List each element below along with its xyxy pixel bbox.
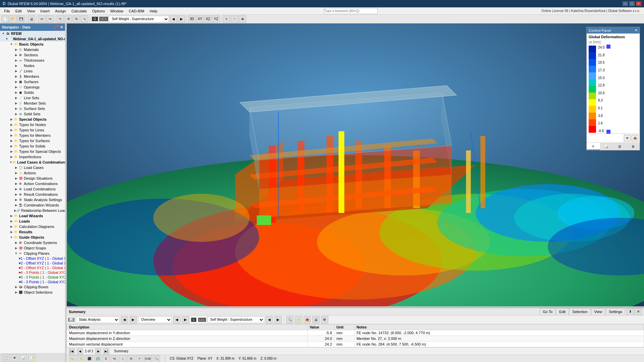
- nav-types-nodes[interactable]: ▶ 📁 Types for Nodes: [0, 122, 65, 127]
- move-btn[interactable]: ✛: [65, 15, 72, 23]
- status-icon-1[interactable]: 📐: [69, 355, 76, 362]
- nav-thicknesses[interactable]: ▶ ▭ Thicknesses: [0, 58, 65, 63]
- status-icon-9[interactable]: +: [136, 355, 143, 362]
- status-icon-2[interactable]: 📏: [77, 355, 85, 362]
- menu-view[interactable]: View: [24, 8, 38, 14]
- results-print-btn[interactable]: 🖨: [312, 316, 320, 323]
- results-settings-btn[interactable]: ⚙: [321, 316, 328, 323]
- status-icon-6[interactable]: %: [111, 355, 118, 362]
- nav-action-combinations[interactable]: ▶ ⊕ Action Combinations: [0, 181, 65, 186]
- view-xy-btn[interactable]: XY: [196, 15, 204, 23]
- results-lc-prev[interactable]: ◀: [266, 316, 273, 323]
- view-yz-btn[interactable]: YZ: [212, 15, 220, 23]
- nav-view-btn[interactable]: 👁: [11, 354, 18, 362]
- nav-clipping-boxes[interactable]: ▶ 📦 Clipping Boxes: [0, 284, 65, 290]
- nav-solids[interactable]: ▶ ▣ Solids: [0, 90, 65, 95]
- nav-actions[interactable]: ▶ ⚡ Actions: [0, 170, 65, 176]
- page-first-btn[interactable]: |◀: [69, 348, 75, 354]
- legend-tab-settings2[interactable]: ⚙: [627, 143, 640, 150]
- nav-guide-objects[interactable]: ▼ 📁 Guide Objects: [0, 235, 65, 240]
- legend-export-btn[interactable]: 📤: [632, 135, 638, 141]
- nav-results[interactable]: ▶ 📁 Results: [0, 229, 65, 235]
- nav-imperfections[interactable]: ▶ 📁 Imperfections: [0, 154, 65, 160]
- status-icon-5[interactable]: Σ: [102, 355, 110, 362]
- results-view-next[interactable]: ▶: [182, 316, 189, 323]
- nav-basic-objects[interactable]: ▼ 📁 Basic Objects: [0, 42, 65, 47]
- nav-clip-2[interactable]: ■ 2 - Offset XYZ | 1 - Global X: [0, 261, 65, 265]
- prev-lc-btn[interactable]: ◀: [170, 15, 177, 23]
- nav-file[interactable]: ▼ 📄 Webinar_GA-1_all-updated_NO-resul: [0, 36, 65, 42]
- results-load-select[interactable]: Self Weight - Superstructure: [207, 316, 264, 323]
- print-btn[interactable]: 🖨: [28, 15, 35, 23]
- results-zoom-btn[interactable]: 🔍: [286, 316, 293, 323]
- menu-assign[interactable]: Assign: [52, 8, 69, 14]
- close-button[interactable]: ✕: [636, 1, 641, 6]
- nav-member-sets[interactable]: ▶ ╠ Member Sets: [0, 101, 65, 106]
- menu-help[interactable]: Help: [147, 8, 160, 14]
- nav-data-btn[interactable]: 📋: [2, 354, 9, 362]
- nav-openings[interactable]: ▶ □ Openings: [0, 84, 65, 90]
- status-icon-7[interactable]: ↕: [119, 355, 126, 362]
- menu-file[interactable]: File: [1, 8, 13, 14]
- legend-tab-table[interactable]: ≡: [587, 143, 600, 150]
- nav-clip-1[interactable]: ■ 1 - Offset XYZ | 1 - Global X: [0, 256, 65, 261]
- view3d-btn[interactable]: 3D: [188, 15, 196, 23]
- nav-load-cases-comb[interactable]: ▼ 📁 Load Cases & Combinations: [0, 160, 65, 165]
- nav-results-btn[interactable]: 📊: [19, 354, 27, 362]
- nav-materials[interactable]: ▶ ⬡ Materials: [0, 47, 65, 52]
- results-view-prev[interactable]: ◀: [173, 316, 180, 323]
- nav-clip-3[interactable]: ■ 3 - Offset XYZ | 1 - Global X: [0, 265, 65, 270]
- legend-tab-chart[interactable]: 📊: [600, 143, 613, 150]
- nav-types-special[interactable]: ▶ 📁 Types for Special Objects: [0, 149, 65, 154]
- nav-object-snaps[interactable]: ▶ 🎯 Object Snaps: [0, 245, 65, 251]
- nav-load-wizards[interactable]: ▶ 📁 Load Wizards: [0, 213, 65, 219]
- nav-types-lines[interactable]: ▶ 📁 Types for Lines: [0, 127, 65, 133]
- nav-load-combinations[interactable]: ▶ ⊕ Load Combinations: [0, 186, 65, 192]
- undo-btn[interactable]: ↩: [38, 15, 46, 23]
- save-btn[interactable]: 💾: [17, 15, 25, 23]
- nav-surface-sets[interactable]: ▶ ▩ Surface Sets: [0, 106, 65, 111]
- results-filter-btn[interactable]: ⚡: [295, 316, 302, 323]
- scale-btn[interactable]: ⤡: [81, 15, 88, 23]
- nav-load-cases[interactable]: ▶ 📋 Load Cases: [0, 165, 65, 170]
- results-prev-btn[interactable]: ◀: [121, 316, 128, 323]
- edit-btn[interactable]: Edit: [556, 308, 569, 315]
- open-btn[interactable]: 📂: [9, 15, 17, 23]
- status-icon-11[interactable]: 🔍: [153, 355, 160, 362]
- nav-special-objects[interactable]: ▶ 📁 Special Objects: [0, 117, 65, 122]
- load-case-select[interactable]: Self Weight - Superstructure: [109, 16, 169, 22]
- analysis-type-select[interactable]: Static Analysis: [76, 316, 119, 323]
- zoom-fit-btn[interactable]: ⊕: [239, 15, 246, 23]
- view-xz-btn[interactable]: XZ: [204, 15, 212, 23]
- nav-nodes[interactable]: ▶ · Nodes: [0, 63, 65, 68]
- results-export-btn[interactable]: 📤: [304, 316, 311, 323]
- menu-window[interactable]: Window: [108, 8, 126, 14]
- redo-btn[interactable]: ↪: [46, 15, 54, 23]
- view-type-select[interactable]: Overview: [138, 316, 172, 323]
- page-prev-btn[interactable]: ◀: [77, 348, 83, 354]
- nav-clip-4[interactable]: ■ 4 - 3 Points | 1 - Global XYZ: [0, 270, 65, 275]
- results-close-btn[interactable]: ✕: [635, 308, 642, 315]
- nav-types-surfaces[interactable]: ▶ 📁 Types for Surfaces: [0, 138, 65, 143]
- zoom-in-btn[interactable]: +: [223, 15, 230, 23]
- viewport-area[interactable]: Control Panel ✕ Global Deformations uz […: [67, 23, 644, 306]
- nav-clipping-planes[interactable]: ▼ ✂ Clipping Planes: [0, 251, 65, 256]
- nav-types-solids[interactable]: ▶ 📁 Types for Solids: [0, 143, 65, 149]
- page-last-btn[interactable]: ▶|: [103, 348, 109, 354]
- nav-surfaces[interactable]: ▶ ▩ Surfaces: [0, 79, 65, 84]
- settings-btn[interactable]: Settings: [606, 308, 625, 315]
- legend-close-btn[interactable]: ✕: [635, 28, 638, 33]
- maximize-button[interactable]: □: [629, 1, 635, 6]
- nav-object-selections[interactable]: ▶ ⬛ Object Selections: [0, 290, 65, 295]
- view-btn[interactable]: View: [591, 308, 605, 315]
- zoom-out-btn[interactable]: −: [231, 15, 238, 23]
- new-btn[interactable]: 📄: [1, 15, 9, 23]
- nav-members[interactable]: ▶ ╠ Members: [0, 74, 65, 79]
- select-btn[interactable]: ↖: [57, 15, 64, 23]
- nav-loads[interactable]: ▶ 📁 Loads: [0, 219, 65, 224]
- menu-cad-bim[interactable]: CAD-BIM: [126, 8, 147, 14]
- menu-calculate[interactable]: Calculate: [69, 8, 90, 14]
- nav-report-btn[interactable]: 📝: [28, 354, 36, 362]
- results-expand-btn[interactable]: ⬆: [627, 308, 634, 315]
- menu-insert[interactable]: Insert: [38, 8, 52, 14]
